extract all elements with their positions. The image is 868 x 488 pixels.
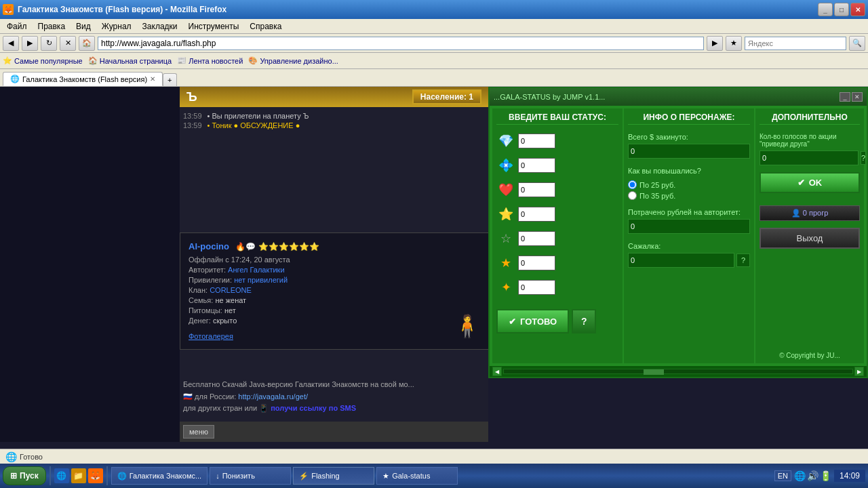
tab-main[interactable]: 🌐 Галактика Знакомств (Flash версия) ✕ — [3, 72, 163, 86]
game-logo: Ъ — [186, 90, 197, 104]
bookmark-popular-label: Самые популярные — [14, 57, 83, 65]
taskbar-right: EN 🌐 🔊 🔋 14:09 — [774, 470, 865, 482]
chat-text-2: • Тоник ● ОБСУЖДЕНИЕ ● — [208, 121, 300, 129]
tab-close-icon[interactable]: ✕ — [150, 75, 155, 83]
status-input-4[interactable] — [518, 231, 555, 246]
boost-option-25[interactable]: По 25 руб. — [628, 180, 750, 189]
gala-minimize-button[interactable]: _ — [840, 92, 850, 102]
footer-line1: Бесплатно Скачай Java-версию Галактики З… — [183, 379, 485, 391]
votes-label: Кол-во голосов по акции "приведи друга" — [760, 133, 860, 148]
ready-button[interactable]: ✔ ГОТОВО — [496, 309, 569, 333]
profile-clan: Клан: CORLEONE — [189, 286, 483, 294]
chat-time-2: 13:59 — [183, 121, 202, 129]
gala-title-bar: ...GALA-STATUS by JUMP v1.1... _ ✕ — [490, 88, 867, 106]
hook-help-button[interactable]: ? — [736, 253, 750, 267]
scroll-right-button[interactable]: ▶ — [854, 367, 864, 376]
close-button[interactable]: ✕ — [850, 3, 865, 16]
boost-option-35[interactable]: По 35 руб. — [628, 191, 750, 200]
help-button[interactable]: ? — [572, 309, 596, 333]
gala-col3: ДОПОЛНИТЕЛЬНО Кол-во голосов по акции "п… — [755, 108, 864, 363]
tab-label: Галактика Знакомств (Flash версия) — [22, 75, 147, 83]
home-button[interactable]: 🏠 — [79, 36, 95, 51]
taskbar-icon-firefox[interactable]: 🦊 — [88, 468, 103, 483]
menu-view[interactable]: Вид — [72, 20, 95, 33]
authority-value[interactable]: Ангел Галактики — [228, 266, 284, 274]
footer-other: для других стран или — [183, 404, 257, 412]
menu-help[interactable]: Справка — [245, 20, 285, 33]
menu-edit[interactable]: Правка — [34, 20, 70, 33]
maximize-button[interactable]: □ — [834, 3, 849, 16]
bookmark-news[interactable]: 📰 Лента новостей — [177, 56, 243, 65]
status-input-3[interactable] — [518, 207, 555, 222]
checkmark-icon: ✔ — [509, 317, 516, 327]
population-badge: Население: 1 — [412, 89, 481, 104]
taskbar-divider-1 — [50, 466, 51, 485]
exit-button[interactable]: Выход — [760, 228, 860, 249]
search-input[interactable] — [745, 37, 846, 50]
windows-icon: ⊞ — [10, 471, 17, 481]
lang-button[interactable]: EN — [774, 470, 791, 481]
privileges-value[interactable]: нет привилегий — [234, 276, 288, 284]
taskbar-btn-icon-1: ↓ — [216, 472, 220, 480]
votes-input[interactable] — [760, 150, 859, 165]
votes-help-button[interactable]: ? — [861, 151, 866, 165]
gallery-link[interactable]: Фотогалерея — [189, 332, 233, 340]
status-input-1[interactable] — [518, 158, 555, 173]
start-button[interactable]: ⊞ Пуск — [3, 466, 46, 485]
status-input-2[interactable] — [518, 182, 555, 197]
status-input-0[interactable] — [518, 134, 555, 148]
pets-label: Питомцы: — [189, 306, 222, 314]
avatar-icon: 👤 — [791, 209, 801, 217]
scroll-left-button[interactable]: ◀ — [492, 367, 502, 376]
menu-bookmarks[interactable]: Закладки — [138, 20, 182, 33]
status-input-6[interactable] — [518, 280, 555, 295]
taskbar-btn-2[interactable]: ⚡ Flashing — [293, 467, 374, 485]
gem-icon-1: 💠 — [496, 156, 515, 175]
bookmark-design[interactable]: 🎨 Управление дизайно... — [248, 56, 338, 65]
browser-icon: 🦊 — [3, 4, 14, 15]
hook-label: Сажалка: — [628, 242, 750, 250]
taskbar-btn-0[interactable]: 🌐 Галактика Знакомс... — [111, 467, 208, 485]
menu-history[interactable]: Журнал — [98, 20, 136, 33]
refresh-button[interactable]: ↻ — [41, 36, 57, 51]
total-money-input[interactable] — [628, 144, 750, 159]
taskbar-btn-1[interactable]: ↓ Понизить — [210, 467, 291, 485]
status-input-5[interactable] — [518, 256, 555, 270]
go-button[interactable]: ▶ — [707, 36, 723, 51]
volume-icon: 🔊 — [807, 470, 818, 481]
taskbar-icon-explorer[interactable]: 📁 — [71, 468, 86, 483]
taskbar-btn-3[interactable]: ★ Gala-status — [376, 467, 458, 485]
bookmark-home[interactable]: 🏠 Начальная страница — [88, 56, 172, 65]
menu-tools[interactable]: Инструменты — [184, 20, 243, 33]
hook-input[interactable] — [628, 253, 734, 268]
scroll-track — [503, 369, 853, 374]
clan-value[interactable]: CORLEONE — [210, 286, 252, 294]
new-tab-button[interactable]: + — [163, 73, 176, 86]
spent-input[interactable] — [628, 219, 750, 234]
profile-username[interactable]: Al-pocino — [189, 241, 229, 251]
chat-time-1: 13:59 — [183, 112, 202, 120]
profile-button[interactable]: 👤 0 прогр — [760, 205, 860, 221]
search-go-button[interactable]: 🔍 — [849, 36, 865, 51]
footer-area: Бесплатно Скачай Java-версию Галактики З… — [180, 375, 488, 418]
taskbar-btn-label-2: Flashing — [311, 472, 340, 480]
menu-button[interactable]: меню — [183, 425, 214, 439]
scroll-thumb[interactable] — [644, 369, 664, 375]
taskbar-icon-ie[interactable]: 🌐 — [54, 468, 69, 483]
bookmark-popular[interactable]: ⭐ Самые популярные — [3, 56, 83, 65]
address-input[interactable] — [98, 37, 704, 50]
boost-25-label: По 25 руб. — [639, 181, 675, 189]
gala-title-text: ...GALA-STATUS by JUMP v1.1... — [494, 93, 605, 101]
forward-button[interactable]: ▶ — [22, 36, 38, 51]
footer-link[interactable]: http://javagala.ru/get/ — [238, 392, 308, 401]
footer-line2: 🇷🇺 для России: http://javagala.ru/get/ — [183, 391, 485, 403]
stop-button[interactable]: ✕ — [60, 36, 76, 51]
back-button[interactable]: ◀ — [3, 36, 19, 51]
menu-bar: Файл Правка Вид Журнал Закладки Инструме… — [0, 19, 868, 34]
ok-checkmark-icon: ✔ — [797, 178, 805, 188]
ok-button[interactable]: ✔ OK — [760, 172, 860, 193]
gala-close-button[interactable]: ✕ — [852, 92, 863, 102]
bookmark-star[interactable]: ★ — [726, 36, 742, 51]
minimize-button[interactable]: _ — [818, 3, 833, 16]
menu-file[interactable]: Файл — [3, 20, 31, 33]
